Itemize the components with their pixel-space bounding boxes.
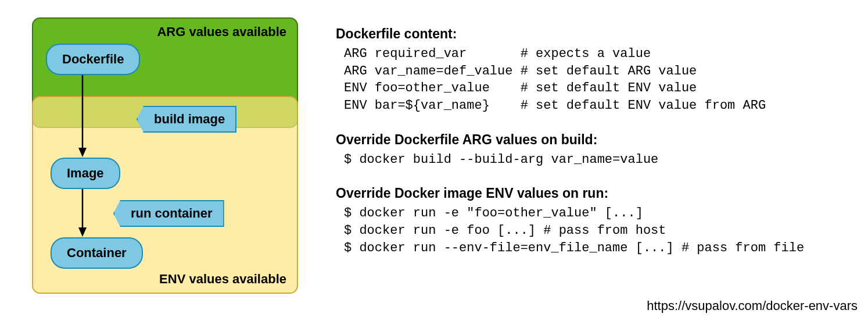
content-area: Dockerfile content: ARG required_var # e…: [336, 26, 859, 275]
arg-region-label: ARG values available: [157, 24, 286, 40]
arrow-image-to-container: [74, 187, 91, 237]
dockerfile-content-code: ARG required_var # expects a value ARG v…: [344, 45, 859, 115]
svg-marker-1: [78, 148, 87, 157]
arrow-dockerfile-to-image: [74, 73, 91, 158]
image-node: Image: [51, 158, 120, 189]
env-region-label: ENV values available: [159, 272, 286, 287]
dockerfile-node: Dockerfile: [46, 44, 140, 75]
run-container-action: run container: [113, 200, 224, 227]
diagram-area: ARG values available ENV values availabl…: [32, 17, 311, 294]
override-arg-heading: Override Dockerfile ARG values on build:: [336, 132, 859, 148]
override-arg-code: $ docker build --build-arg var_name=valu…: [344, 151, 859, 169]
svg-marker-3: [78, 227, 87, 237]
build-image-action: build image: [137, 106, 236, 133]
container-node: Container: [51, 237, 143, 269]
override-env-code: $ docker run -e "foo=other_value" [...] …: [344, 205, 859, 257]
override-env-heading: Override Docker image ENV values on run:: [336, 186, 859, 201]
attribution-link[interactable]: https://vsupalov.com/docker-env-vars: [647, 298, 858, 314]
dockerfile-content-heading: Dockerfile content:: [336, 26, 859, 42]
